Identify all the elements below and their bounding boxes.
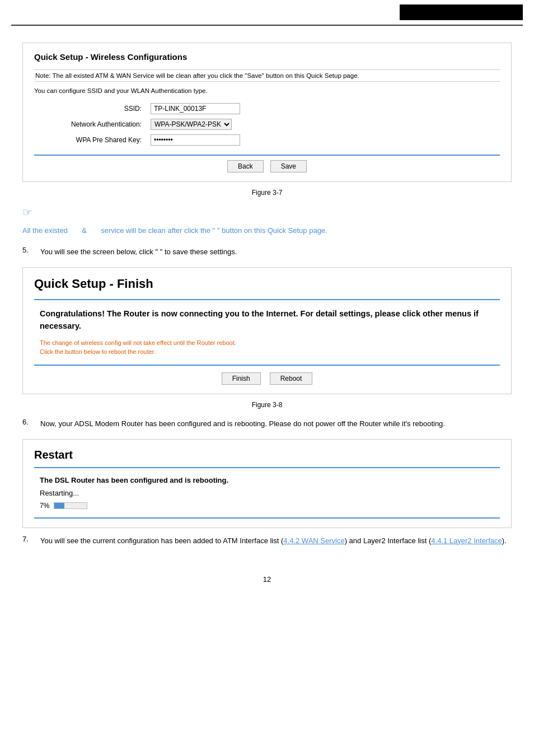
step-6-num: 6. bbox=[22, 418, 35, 430]
finish-title: Quick Setup - Finish bbox=[34, 277, 500, 291]
ssid-input-cell[interactable] bbox=[146, 101, 500, 116]
wireless-sub-note: You can configure SSID and your WLAN Aut… bbox=[34, 87, 500, 94]
network-auth-label: Network Authentication: bbox=[34, 116, 146, 132]
figure-3-8: Figure 3-8 bbox=[22, 401, 512, 409]
figure-3-7: Figure 3-7 bbox=[22, 189, 512, 197]
wan-service-link[interactable]: 4.4.2 WAN Service bbox=[283, 536, 344, 545]
wireless-btn-row: Back Save bbox=[34, 155, 500, 172]
network-auth-row: Network Authentication: WPA-PSK/WPA2-PSK bbox=[34, 116, 500, 132]
step-5-text: You will see the screen below, click " "… bbox=[40, 248, 237, 256]
inline-note: All the existed & service will be clean … bbox=[22, 225, 512, 237]
steps-list: 5. You will see the screen below, click … bbox=[22, 246, 512, 258]
step-7-num: 7. bbox=[22, 535, 35, 558]
steps-list-2: 6. Now, your ADSL Modem Router has been … bbox=[22, 418, 512, 430]
progress-bar-outer bbox=[54, 502, 87, 509]
progress-pct: 7% bbox=[40, 502, 49, 510]
restart-title: Restart bbox=[34, 449, 500, 461]
restart-inner: The DSL Router has been configured and i… bbox=[34, 467, 500, 519]
step-5-content: You will see the screen below, click " "… bbox=[40, 246, 237, 258]
layer2-interface-link[interactable]: 4.4.1 Layer2 Interface bbox=[431, 536, 502, 545]
wpa-key-label: WPA Pre Shared Key: bbox=[34, 132, 146, 148]
ssid-label: SSID: bbox=[34, 101, 146, 116]
header bbox=[0, 0, 534, 25]
wireless-config-box: Quick Setup - Wireless Configurations No… bbox=[22, 43, 512, 182]
inline-part1: All the existed bbox=[22, 226, 68, 235]
step-7-text-after: ). bbox=[502, 536, 507, 545]
wireless-note: Note: The all existed ATM & WAN Service … bbox=[34, 69, 500, 82]
step-6: 6. Now, your ADSL Modem Router has been … bbox=[22, 418, 512, 430]
page-number: 12 bbox=[22, 575, 512, 584]
ssid-row: SSID: bbox=[34, 101, 500, 116]
step-7-content: You will see the current configuration h… bbox=[40, 535, 507, 547]
wpa-key-input[interactable] bbox=[151, 134, 240, 146]
step-5-num: 5. bbox=[22, 246, 35, 258]
step-5: 5. You will see the screen below, click … bbox=[22, 246, 512, 258]
inline-part3: service will be clean after click the " bbox=[101, 226, 215, 235]
warning-line1: The change of wireless config will not t… bbox=[40, 338, 494, 348]
congrats-text: Congratulations! The Router is now conne… bbox=[40, 308, 494, 333]
restart-message: The DSL Router has been configured and i… bbox=[40, 476, 494, 484]
wireless-form-table: SSID: Network Authentication: WPA-PSK/WP… bbox=[34, 101, 500, 148]
step-7: 7. You will see the current configuratio… bbox=[22, 535, 512, 558]
inline-part2: & bbox=[82, 226, 87, 235]
main-content: Quick Setup - Wireless Configurations No… bbox=[0, 37, 534, 606]
step-7-text-before: You will see the current configuration h… bbox=[40, 536, 283, 545]
step-6-text: Now, your ADSL Modem Router has been con… bbox=[40, 419, 445, 428]
network-auth-select[interactable]: WPA-PSK/WPA2-PSK bbox=[151, 119, 232, 130]
finish-box: Quick Setup - Finish Congratulations! Th… bbox=[22, 267, 512, 394]
ssid-input[interactable] bbox=[151, 103, 240, 114]
steps-list-3: 7. You will see the current configuratio… bbox=[22, 535, 512, 558]
restart-box: Restart The DSL Router has been configur… bbox=[22, 439, 512, 528]
warning-line2: Click the button below to reboot the rou… bbox=[40, 347, 494, 357]
top-divider bbox=[11, 25, 523, 26]
save-button[interactable]: Save bbox=[270, 160, 307, 172]
finish-btn-row: Finish Reboot bbox=[34, 372, 500, 385]
inline-part4: " button on this Quick Setup page. bbox=[217, 226, 327, 235]
reboot-button[interactable]: Reboot bbox=[270, 372, 313, 385]
progress-bar-inner bbox=[54, 503, 64, 508]
finish-button[interactable]: Finish bbox=[222, 372, 261, 385]
header-black-box bbox=[400, 4, 523, 20]
wpa-key-input-cell[interactable] bbox=[146, 132, 500, 148]
network-auth-select-cell[interactable]: WPA-PSK/WPA2-PSK bbox=[146, 116, 500, 132]
wireless-config-title: Quick Setup - Wireless Configurations bbox=[34, 52, 500, 62]
progress-row: 7% bbox=[40, 502, 494, 510]
telephone-icon: ☞ bbox=[22, 206, 32, 218]
back-button[interactable]: Back bbox=[227, 160, 264, 172]
finish-inner: Congratulations! The Router is now conne… bbox=[34, 299, 500, 366]
step-6-content: Now, your ADSL Modem Router has been con… bbox=[40, 418, 445, 430]
step-7-text-middle: ) and Layer2 Interface list ( bbox=[345, 536, 432, 545]
wpa-key-row: WPA Pre Shared Key: bbox=[34, 132, 500, 148]
note-icon-area: ☞ bbox=[22, 206, 512, 219]
restarting-text: Restarting... bbox=[40, 489, 494, 497]
